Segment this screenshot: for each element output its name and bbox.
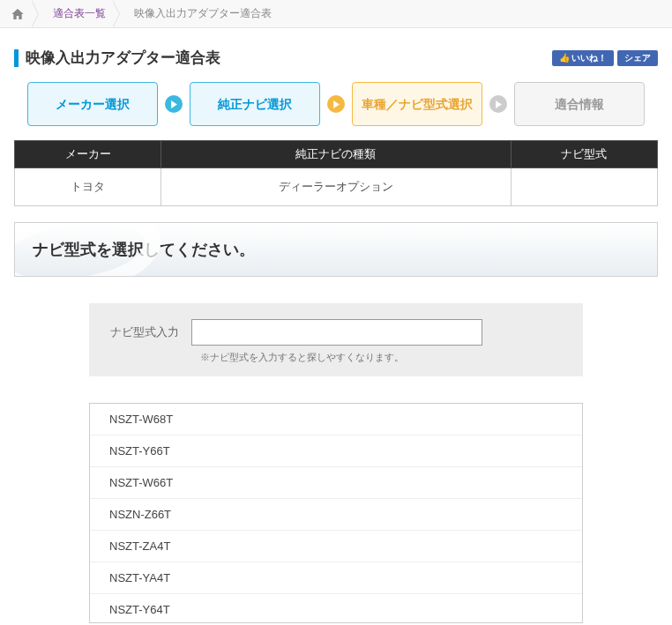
prompt-banner: ナビ型式を選択してください。 <box>14 222 658 277</box>
step-compat-info: 適合情報 <box>514 82 645 126</box>
selection-table: メーカー 純正ナビの種類 ナビ型式 トヨタ ディーラーオプション <box>14 140 658 206</box>
step-maker-select[interactable]: メーカー選択 <box>27 82 158 126</box>
share-label: シェア <box>624 52 651 64</box>
list-item[interactable]: NSZN-Z66T <box>90 499 582 531</box>
breadcrumb-list[interactable]: 適合表一覧 <box>32 0 122 27</box>
arrow-icon <box>489 95 507 113</box>
arrow-icon <box>327 95 345 113</box>
list-item[interactable]: NSZT-Y66T <box>90 435 582 467</box>
page-title: 映像入出力アダプター適合表 <box>14 48 220 68</box>
list-item[interactable]: NSZT-ZA4T <box>90 531 582 562</box>
home-icon <box>11 7 25 21</box>
cell-model <box>511 168 657 206</box>
table-row: トヨタ ディーラーオプション <box>15 168 658 206</box>
cell-navi-type: ディーラーオプション <box>161 168 511 206</box>
search-panel: ナビ型式入力 ※ナビ型式を入力すると探しやすくなります。 <box>89 303 583 376</box>
thumbs-up-icon: 👍 <box>559 53 570 63</box>
search-hint: ※ナビ型式を入力すると探しやすくなります。 <box>200 351 562 364</box>
breadcrumb-current: 映像入出力アダプター適合表 <box>113 0 287 27</box>
step-navi-select[interactable]: 純正ナビ選択 <box>190 82 320 126</box>
col-maker: メーカー <box>15 141 161 168</box>
col-navi-type: 純正ナビの種類 <box>161 141 511 168</box>
step-wizard: メーカー選択 純正ナビ選択 車種／ナビ型式選択 適合情報 <box>0 82 672 140</box>
prompt-text: ナビ型式を選択してください。 <box>33 241 255 258</box>
step-model-select[interactable]: 車種／ナビ型式選択 <box>352 82 482 126</box>
breadcrumb: 適合表一覧 映像入出力アダプター適合表 <box>0 0 672 28</box>
facebook-share-button[interactable]: シェア <box>617 50 658 66</box>
facebook-like-button[interactable]: 👍 いいね！ <box>552 50 614 66</box>
cell-maker: トヨタ <box>15 168 161 206</box>
search-label: ナビ型式入力 <box>110 324 179 340</box>
model-list[interactable]: NSZT-W68T NSZT-Y66T NSZT-W66T NSZN-Z66T … <box>89 403 583 623</box>
like-label: いいね！ <box>571 52 607 64</box>
social-buttons: 👍 いいね！ シェア <box>552 50 658 66</box>
list-item[interactable]: NSZT-W68T <box>90 404 582 435</box>
arrow-icon <box>165 95 183 113</box>
navi-model-input[interactable] <box>191 319 482 346</box>
list-item[interactable]: NSZT-YA4T <box>90 562 582 594</box>
list-item[interactable]: NSZT-W66T <box>90 467 582 499</box>
col-model: ナビ型式 <box>511 141 657 168</box>
list-item[interactable]: NSZT-Y64T <box>90 594 582 623</box>
